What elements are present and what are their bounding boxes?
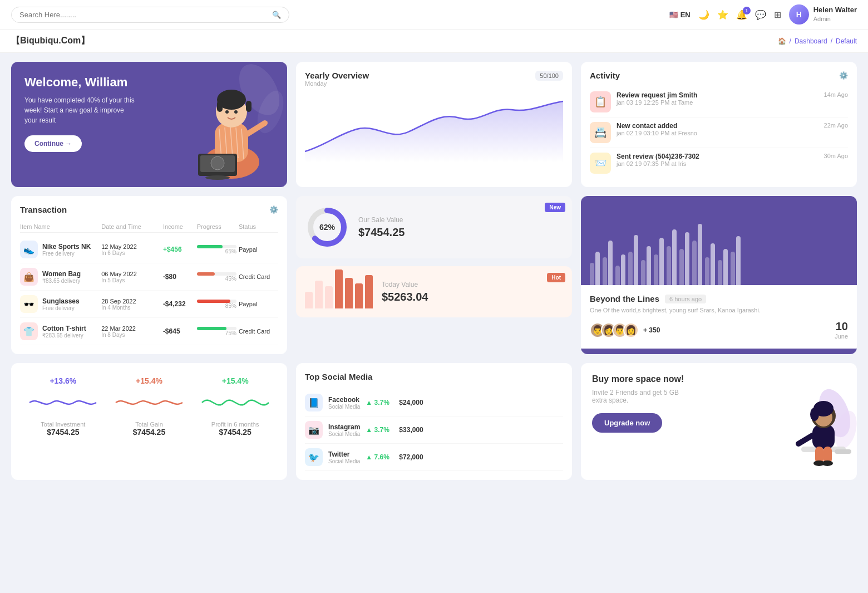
beyond-bar	[603, 257, 607, 285]
social-sub: Social Media	[328, 431, 360, 437]
stat-item: +15.4% Total Gain $7454.25	[106, 372, 193, 441]
transaction-rows: 👟 Nike Sports NK Free delivery 12 May 20…	[20, 236, 278, 345]
beyond-bar	[705, 257, 709, 285]
yearly-overview-header: Yearly Overview Monday 50/100	[305, 71, 563, 94]
bar-mini-item	[355, 283, 363, 308]
stat-label: Total Investment	[27, 421, 100, 428]
social-amount: $72,000	[399, 453, 423, 461]
upgrade-button[interactable]: Upgrade now	[592, 413, 662, 433]
tx-item-cell: 🕶️ Sunglasses Free delivery	[20, 295, 99, 313]
sale-new-label: Our Sale Value	[358, 216, 405, 224]
social-item: 📷 Instagram Social Media ▲ 3.7% $33,000	[305, 416, 563, 444]
transaction-title: Transaction	[20, 205, 67, 214]
beyond-footer: 👨 👩 👨 👩 + 350 10 June	[590, 320, 848, 340]
activity-item-sub: jan 02 19 07:35 PM at Iris	[617, 160, 818, 167]
tx-date-sub: In 4 Months	[101, 305, 161, 311]
beyond-bar-group	[731, 236, 741, 285]
activity-title: Activity	[590, 71, 620, 80]
search-bar[interactable]: 🔍	[11, 7, 289, 23]
breadcrumb-dashboard[interactable]: Dashboard	[795, 37, 827, 45]
beyond-bar	[628, 252, 633, 285]
transaction-header: Transaction ⚙️	[20, 205, 278, 214]
social-icon-ig: 📷	[305, 421, 323, 439]
bookmark-icon[interactable]: ⭐	[717, 9, 728, 20]
tx-item-name: Nike Sports NK	[42, 243, 91, 251]
svg-rect-12	[246, 101, 251, 112]
social-amount: $24,000	[399, 399, 423, 406]
sale-hot-badge: Hot	[547, 273, 565, 282]
home-icon[interactable]: 🏠	[778, 37, 786, 45]
transaction-settings-icon[interactable]: ⚙️	[269, 205, 278, 214]
activity-header: Activity ⚙️	[590, 71, 848, 80]
tx-item-name: Women Bag	[42, 270, 81, 278]
activity-item-sub: jan 03 19 12:25 PM at Tame	[617, 99, 818, 106]
user-menu[interactable]: H Helen Walter Admin	[789, 4, 857, 24]
tx-item-sub: Free delivery	[42, 305, 80, 311]
continue-button[interactable]: Continue →	[24, 135, 82, 152]
stat-value: $7454.25	[113, 428, 186, 437]
tx-icon: 👜	[20, 268, 38, 286]
svg-line-27	[798, 435, 812, 444]
activity-item-sub: jan 02 19 03:10 PM at Fresno	[617, 130, 818, 136]
sale-new-value: $7454.25	[358, 226, 405, 239]
tx-item-sub: Free delivery	[42, 251, 91, 257]
social-item: 📘 Facebook Social Media ▲ 3.7% $24,000	[305, 389, 563, 416]
tx-income: -$645	[163, 327, 195, 335]
svg-point-14	[234, 110, 238, 114]
tx-item-name: Sunglasses	[42, 297, 80, 305]
activity-item: 📇 New contact added jan 02 19 03:10 PM a…	[590, 117, 848, 148]
beyond-desc: One Of the world,s brightest, young surf…	[590, 307, 848, 313]
beyond-bar	[641, 260, 645, 285]
yearly-overview-title: Yearly Overview	[305, 71, 369, 80]
avatar-4: 👩	[623, 322, 639, 338]
beyond-bar	[698, 224, 702, 285]
table-row: 🕶️ Sunglasses Free delivery 28 Sep 2022 …	[20, 291, 278, 318]
breadcrumb: 🏠 / Dashboard / Default	[778, 37, 857, 45]
beyond-bar	[634, 235, 638, 285]
beyond-bar-group	[667, 229, 677, 285]
table-row: 👟 Nike Sports NK Free delivery 12 May 20…	[20, 236, 278, 263]
activity-settings-icon[interactable]: ⚙️	[839, 71, 848, 80]
beyond-card: Beyond the Lines 6 hours ago One Of the …	[581, 196, 857, 354]
notification-icon[interactable]: 🔔 1	[736, 9, 747, 20]
beyond-bar	[672, 229, 677, 285]
beyond-date: 10 June	[835, 320, 848, 340]
tx-date-sub: In 6 Days	[101, 250, 161, 256]
transaction-card: Transaction ⚙️ Item Name Date and Time I…	[11, 196, 287, 354]
donut-chart: 62%	[305, 205, 349, 249]
beyond-bar-group	[692, 224, 702, 285]
beyond-plus-count: + 350	[643, 326, 660, 334]
progress-label: 65%	[197, 248, 236, 254]
language-selector[interactable]: 🇺🇸 EN	[669, 11, 691, 19]
activity-info: Sent review (504)236-7302 jan 02 19 07:3…	[617, 153, 818, 167]
stat-line-chart	[27, 389, 100, 416]
message-icon[interactable]: 💬	[755, 9, 766, 20]
svg-point-13	[225, 110, 229, 114]
beyond-bar-group	[718, 249, 728, 285]
activity-thumb: 📇	[590, 122, 611, 143]
social-icon-tw: 🐦	[305, 448, 323, 466]
tx-date-sub: In 5 Days	[101, 277, 161, 283]
beyond-avatars-row: 👨 👩 👨 👩 + 350	[590, 322, 660, 338]
sale-new-card: New 62% Our Sale Value $7454.25	[296, 196, 572, 258]
beyond-bar	[711, 243, 715, 285]
beyond-bar-group	[615, 254, 625, 285]
sale-hot-info: Today Value $5263.04	[382, 281, 428, 303]
expand-icon[interactable]: ⊞	[774, 9, 781, 20]
beyond-bar	[595, 252, 600, 285]
stat-label: Total Gain	[113, 421, 186, 428]
dark-mode-icon[interactable]: 🌙	[698, 9, 709, 20]
buy-space-card: Buy more space now! Invite 2 Friends and…	[581, 363, 857, 480]
tx-date-sub: In 8 Days	[101, 332, 161, 338]
search-input[interactable]	[19, 11, 268, 19]
activity-info: Review request jim Smith jan 03 19 12:25…	[617, 91, 818, 106]
beyond-day: 10	[835, 320, 848, 333]
beyond-title-row: Beyond the Lines 6 hours ago	[590, 294, 848, 303]
activity-thumb: 📋	[590, 91, 611, 112]
tx-date: 28 Sep 2022	[101, 298, 161, 305]
beyond-bar	[608, 241, 613, 285]
svg-point-31	[822, 460, 833, 466]
avatars: 👨 👩 👨 👩	[590, 322, 639, 338]
yearly-overview-card: Yearly Overview Monday 50/100	[296, 62, 572, 187]
beyond-bar-group	[603, 241, 613, 285]
